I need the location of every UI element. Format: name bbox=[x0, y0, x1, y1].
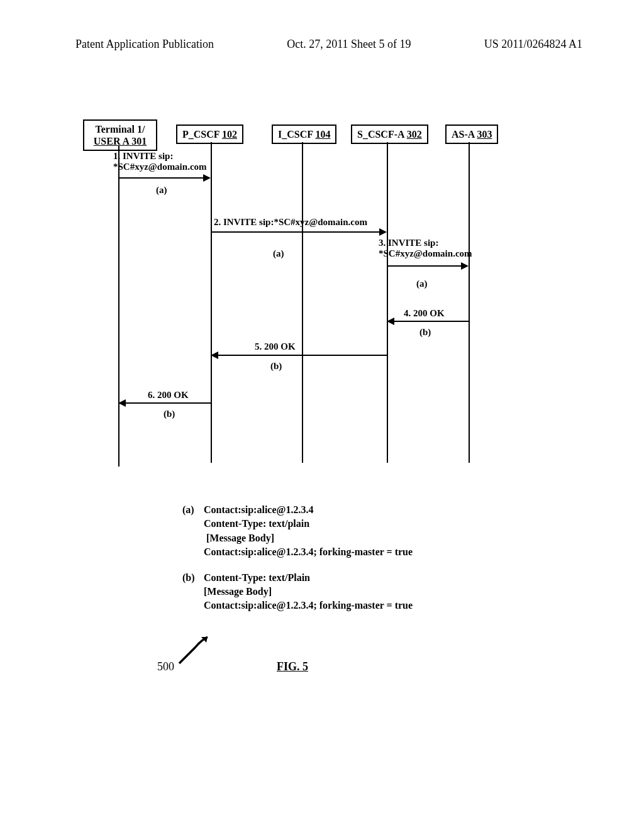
msg-5-ok: 5. 200 OK bbox=[255, 341, 296, 352]
lifeline-pcscf bbox=[211, 142, 212, 463]
actor-terminal: Terminal 1/ USER A 301 bbox=[83, 119, 157, 151]
arrow-4 bbox=[388, 321, 469, 322]
legend-a-body: Contact:sip:alice@1.2.3.4 Content-Type: … bbox=[204, 503, 413, 560]
legend-b-key: (b) bbox=[182, 571, 204, 613]
lifeline-asa bbox=[469, 142, 470, 463]
legend-a: (a) Contact:sip:alice@1.2.3.4 Content-Ty… bbox=[182, 503, 413, 560]
message-legend: (a) Contact:sip:alice@1.2.3.4 Content-Ty… bbox=[182, 503, 413, 624]
msg-3-invite: 3. INVITE sip: *SC#xyz@domain.com bbox=[379, 238, 472, 259]
actor-asa: AS-A 303 bbox=[445, 124, 498, 144]
msg-2-invite: 2. INVITE sip:*SC#xyz@domain.com bbox=[214, 217, 367, 228]
actor-icscf: I_CSCF 104 bbox=[272, 124, 336, 144]
figure-number: 500 bbox=[157, 660, 174, 673]
arrow-1 bbox=[119, 177, 209, 179]
lifeline-terminal bbox=[118, 146, 119, 467]
msg-5-sub: (b) bbox=[270, 361, 282, 372]
msg-4-sub: (b) bbox=[419, 327, 431, 338]
legend-b-body: Content-Type: text/Plain [Message Body] … bbox=[204, 571, 413, 613]
legend-a-key: (a) bbox=[182, 503, 204, 560]
lifeline-scscf bbox=[387, 142, 388, 463]
msg-1-sub: (a) bbox=[156, 185, 167, 196]
page-header: Patent Application Publication Oct. 27, … bbox=[0, 0, 644, 51]
msg-4-ok: 4. 200 OK bbox=[404, 308, 445, 319]
arrow-5 bbox=[212, 355, 387, 356]
msg-2-sub: (a) bbox=[273, 248, 284, 259]
msg-6-sub: (b) bbox=[164, 409, 175, 419]
legend-b: (b) Content-Type: text/Plain [Message Bo… bbox=[182, 571, 413, 613]
msg-3-sub: (a) bbox=[416, 279, 428, 289]
lifeline-icscf bbox=[302, 142, 303, 463]
header-center: Oct. 27, 2011 Sheet 5 of 19 bbox=[287, 38, 411, 51]
header-right: US 2011/0264824 A1 bbox=[484, 38, 582, 51]
arrow-6 bbox=[119, 402, 211, 404]
arrow-3 bbox=[388, 265, 467, 267]
msg-6-ok: 6. 200 OK bbox=[148, 390, 189, 401]
arrow-2 bbox=[212, 231, 386, 233]
figure-label: FIG. 5 bbox=[277, 660, 308, 673]
sequence-diagram: Terminal 1/ USER A 301 P_CSCF 102 I_CSCF… bbox=[88, 119, 566, 472]
actor-pcscf: P_CSCF 102 bbox=[176, 124, 243, 144]
figure-reference: 500 FIG. 5 bbox=[157, 641, 472, 679]
actor-scscf: S_CSCF-A 302 bbox=[351, 124, 428, 144]
curve-arrow-icon bbox=[176, 635, 214, 667]
header-left: Patent Application Publication bbox=[75, 38, 214, 51]
msg-1-invite: 1. INVITE sip: *SC#xyz@domain.com bbox=[113, 151, 207, 172]
